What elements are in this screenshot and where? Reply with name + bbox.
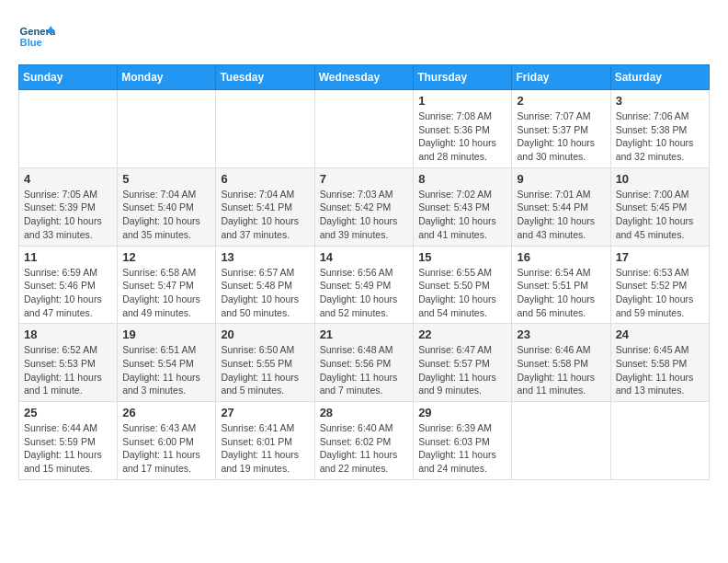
calendar-cell: 22Sunrise: 6:47 AMSunset: 5:57 PMDayligh… [414, 324, 512, 402]
day-number: 10 [616, 172, 704, 186]
day-info: Sunrise: 7:00 AMSunset: 5:45 PMDaylight:… [616, 188, 704, 242]
day-number: 29 [418, 406, 506, 419]
calendar-header-friday: Friday [512, 65, 610, 90]
calendar-cell: 21Sunrise: 6:48 AMSunset: 5:56 PMDayligh… [314, 324, 414, 402]
day-number: 16 [517, 250, 605, 264]
day-info: Sunrise: 6:51 AMSunset: 5:54 PMDaylight:… [122, 343, 210, 397]
calendar-cell: 13Sunrise: 6:57 AMSunset: 5:48 PMDayligh… [216, 246, 314, 324]
day-number: 7 [320, 172, 409, 186]
calendar-cell: 19Sunrise: 6:51 AMSunset: 5:54 PMDayligh… [118, 324, 216, 402]
calendar-week-row: 25Sunrise: 6:44 AMSunset: 5:59 PMDayligh… [19, 402, 710, 480]
calendar-cell: 27Sunrise: 6:41 AMSunset: 6:01 PMDayligh… [216, 402, 314, 480]
day-info: Sunrise: 6:52 AMSunset: 5:53 PMDaylight:… [24, 343, 112, 397]
day-number: 17 [616, 250, 704, 264]
calendar-week-row: 1Sunrise: 7:08 AMSunset: 5:36 PMDaylight… [19, 90, 710, 168]
day-info: Sunrise: 6:41 AMSunset: 6:01 PMDaylight:… [221, 421, 309, 476]
day-number: 26 [122, 406, 210, 419]
day-info: Sunrise: 6:50 AMSunset: 5:55 PMDaylight:… [221, 343, 309, 397]
day-number: 12 [122, 250, 210, 264]
day-info: Sunrise: 6:59 AMSunset: 5:46 PMDaylight:… [24, 266, 112, 320]
calendar-cell: 14Sunrise: 6:56 AMSunset: 5:49 PMDayligh… [314, 246, 414, 324]
day-info: Sunrise: 6:47 AMSunset: 5:57 PMDaylight:… [418, 343, 506, 397]
calendar-cell [118, 90, 216, 168]
day-info: Sunrise: 6:44 AMSunset: 5:59 PMDaylight:… [24, 421, 112, 476]
calendar-header-tuesday: Tuesday [216, 65, 314, 90]
day-info: Sunrise: 6:53 AMSunset: 5:52 PMDaylight:… [616, 266, 704, 320]
calendar-cell: 26Sunrise: 6:43 AMSunset: 6:00 PMDayligh… [118, 402, 216, 480]
day-number: 15 [418, 250, 506, 264]
day-number: 19 [122, 327, 210, 341]
calendar-cell [216, 90, 314, 168]
calendar-cell: 25Sunrise: 6:44 AMSunset: 5:59 PMDayligh… [19, 402, 118, 480]
calendar-week-row: 11Sunrise: 6:59 AMSunset: 5:46 PMDayligh… [19, 246, 710, 324]
calendar-cell: 17Sunrise: 6:53 AMSunset: 5:52 PMDayligh… [610, 246, 709, 324]
day-info: Sunrise: 6:56 AMSunset: 5:49 PMDaylight:… [320, 266, 409, 320]
calendar-table: SundayMondayTuesdayWednesdayThursdayFrid… [18, 64, 710, 480]
day-number: 6 [221, 172, 309, 186]
day-info: Sunrise: 6:39 AMSunset: 6:03 PMDaylight:… [418, 421, 506, 476]
calendar-cell: 12Sunrise: 6:58 AMSunset: 5:47 PMDayligh… [118, 246, 216, 324]
day-number: 1 [418, 94, 506, 108]
day-info: Sunrise: 7:02 AMSunset: 5:43 PMDaylight:… [418, 188, 506, 242]
day-number: 2 [517, 94, 605, 108]
calendar-cell: 6Sunrise: 7:04 AMSunset: 5:41 PMDaylight… [216, 167, 314, 246]
day-info: Sunrise: 7:04 AMSunset: 5:40 PMDaylight:… [122, 188, 210, 242]
day-info: Sunrise: 7:03 AMSunset: 5:42 PMDaylight:… [320, 188, 409, 242]
calendar-header-sunday: Sunday [19, 65, 118, 90]
calendar-header-wednesday: Wednesday [314, 65, 414, 90]
day-number: 24 [616, 327, 704, 341]
calendar-cell: 18Sunrise: 6:52 AMSunset: 5:53 PMDayligh… [19, 324, 118, 402]
day-number: 28 [320, 406, 409, 419]
day-number: 4 [24, 172, 112, 186]
day-info: Sunrise: 7:07 AMSunset: 5:37 PMDaylight:… [517, 109, 605, 164]
day-number: 8 [418, 172, 506, 186]
calendar-cell: 10Sunrise: 7:00 AMSunset: 5:45 PMDayligh… [610, 167, 709, 246]
day-info: Sunrise: 6:46 AMSunset: 5:58 PMDaylight:… [517, 343, 605, 397]
calendar-cell: 15Sunrise: 6:55 AMSunset: 5:50 PMDayligh… [414, 246, 512, 324]
day-info: Sunrise: 7:08 AMSunset: 5:36 PMDaylight:… [418, 109, 506, 164]
calendar-header-row: SundayMondayTuesdayWednesdayThursdayFrid… [19, 65, 710, 90]
calendar-cell: 11Sunrise: 6:59 AMSunset: 5:46 PMDayligh… [19, 246, 118, 324]
logo-icon: General Blue [18, 18, 55, 55]
day-info: Sunrise: 7:01 AMSunset: 5:44 PMDaylight:… [517, 188, 605, 242]
calendar-cell: 4Sunrise: 7:05 AMSunset: 5:39 PMDaylight… [19, 167, 118, 246]
day-info: Sunrise: 6:57 AMSunset: 5:48 PMDaylight:… [221, 266, 309, 320]
calendar-cell: 5Sunrise: 7:04 AMSunset: 5:40 PMDaylight… [118, 167, 216, 246]
calendar-cell: 23Sunrise: 6:46 AMSunset: 5:58 PMDayligh… [512, 324, 610, 402]
calendar-cell: 28Sunrise: 6:40 AMSunset: 6:02 PMDayligh… [314, 402, 414, 480]
day-info: Sunrise: 7:06 AMSunset: 5:38 PMDaylight:… [616, 109, 704, 164]
day-number: 27 [221, 406, 309, 419]
calendar-cell: 1Sunrise: 7:08 AMSunset: 5:36 PMDaylight… [414, 90, 512, 168]
day-info: Sunrise: 6:48 AMSunset: 5:56 PMDaylight:… [320, 343, 409, 397]
day-number: 21 [320, 327, 409, 341]
day-number: 9 [517, 172, 605, 186]
day-info: Sunrise: 6:54 AMSunset: 5:51 PMDaylight:… [517, 266, 605, 320]
calendar-cell [610, 402, 709, 480]
day-number: 25 [24, 406, 112, 419]
day-info: Sunrise: 6:58 AMSunset: 5:47 PMDaylight:… [122, 266, 210, 320]
day-number: 22 [418, 327, 506, 341]
calendar-cell: 2Sunrise: 7:07 AMSunset: 5:37 PMDaylight… [512, 90, 610, 168]
day-number: 20 [221, 327, 309, 341]
day-info: Sunrise: 6:43 AMSunset: 6:00 PMDaylight:… [122, 421, 210, 476]
day-number: 23 [517, 327, 605, 341]
day-info: Sunrise: 7:04 AMSunset: 5:41 PMDaylight:… [221, 188, 309, 242]
day-info: Sunrise: 6:40 AMSunset: 6:02 PMDaylight:… [320, 421, 409, 476]
calendar-cell: 16Sunrise: 6:54 AMSunset: 5:51 PMDayligh… [512, 246, 610, 324]
calendar-cell [19, 90, 118, 168]
day-number: 14 [320, 250, 409, 264]
calendar-cell: 9Sunrise: 7:01 AMSunset: 5:44 PMDaylight… [512, 167, 610, 246]
calendar-week-row: 4Sunrise: 7:05 AMSunset: 5:39 PMDaylight… [19, 167, 710, 246]
day-number: 5 [122, 172, 210, 186]
calendar-header-thursday: Thursday [414, 65, 512, 90]
svg-text:Blue: Blue [20, 37, 42, 48]
calendar-cell: 3Sunrise: 7:06 AMSunset: 5:38 PMDaylight… [610, 90, 709, 168]
calendar-cell [512, 402, 610, 480]
calendar-header-monday: Monday [118, 65, 216, 90]
calendar-header-saturday: Saturday [610, 65, 709, 90]
day-number: 18 [24, 327, 112, 341]
calendar-cell: 29Sunrise: 6:39 AMSunset: 6:03 PMDayligh… [414, 402, 512, 480]
logo: General Blue [18, 18, 59, 55]
calendar-cell: 24Sunrise: 6:45 AMSunset: 5:58 PMDayligh… [610, 324, 709, 402]
day-info: Sunrise: 6:45 AMSunset: 5:58 PMDaylight:… [616, 343, 704, 397]
